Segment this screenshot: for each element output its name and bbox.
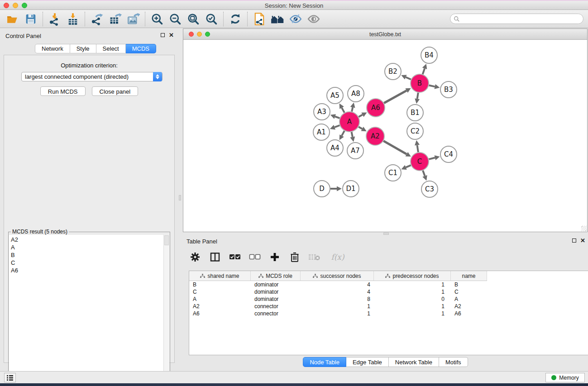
table-cell[interactable]: 8 <box>301 295 374 303</box>
export-network-button[interactable] <box>88 11 106 27</box>
column-header-shared-name[interactable]: shared name <box>189 271 251 281</box>
zoom-fit-button[interactable] <box>184 11 202 27</box>
delete-column-button[interactable] <box>288 250 301 264</box>
deselect-all-button[interactable] <box>248 250 262 264</box>
graph-edge-A-A2[interactable] <box>359 127 367 131</box>
tab-select[interactable]: Select <box>96 44 126 53</box>
show-all-networks-button[interactable] <box>268 11 287 27</box>
table-cell[interactable]: 1 <box>301 310 374 317</box>
graph-node-A5[interactable]: A5 <box>327 87 343 104</box>
table-cell[interactable]: 1 <box>374 281 451 288</box>
criterion-select[interactable]: largest connected component (directed) <box>21 72 163 81</box>
table-cell[interactable]: B <box>451 281 487 288</box>
table-cell[interactable]: 1 <box>374 303 451 310</box>
table-cell[interactable]: A6 <box>451 310 487 317</box>
graph-node-A2[interactable]: A2 <box>366 127 384 145</box>
show-graphics-details-button[interactable] <box>305 11 323 27</box>
hide-graphics-details-button[interactable] <box>287 11 305 27</box>
graph-node-B3[interactable]: B3 <box>440 81 457 98</box>
result-list-item[interactable]: A <box>11 243 163 251</box>
run-mcds-button[interactable]: Run MCDS <box>40 86 86 96</box>
float-panel-icon[interactable] <box>161 33 165 37</box>
table-row[interactable]: Bdominator41B <box>189 281 588 288</box>
graph-node-A4[interactable]: A4 <box>327 140 343 156</box>
search-input[interactable] <box>460 15 583 23</box>
panel-divider-gripper[interactable] <box>179 195 181 200</box>
table-cell[interactable]: A2 <box>451 303 487 310</box>
graph-node-A6[interactable]: A6 <box>367 99 385 117</box>
task-history-button[interactable] <box>4 373 16 382</box>
tab-motifs[interactable]: Motifs <box>439 357 468 367</box>
table-cell[interactable]: connector <box>251 310 301 317</box>
result-scrollbar[interactable] <box>163 235 169 385</box>
graph-edge-A2-C[interactable] <box>383 141 411 157</box>
table-cell[interactable]: C <box>189 288 251 295</box>
graph-edge-C-C3[interactable] <box>422 171 427 181</box>
graph-edge-A-A1[interactable] <box>330 125 340 129</box>
graph-node-B[interactable]: B <box>411 74 429 92</box>
column-header-MCDS-role[interactable]: MCDS role <box>251 271 301 281</box>
close-panel-icon[interactable]: ✕ <box>580 238 585 243</box>
column-header-successor-nodes[interactable]: successor nodes <box>301 271 374 281</box>
tab-edge-table[interactable]: Edge Table <box>346 357 389 367</box>
graph-node-A7[interactable]: A7 <box>347 143 363 159</box>
refresh-view-button[interactable] <box>226 11 244 27</box>
graph-edge-B-B3[interactable] <box>429 84 440 89</box>
result-list-item[interactable]: C <box>11 259 163 267</box>
graph-edge-C-C2[interactable] <box>415 140 420 152</box>
graph-node-A[interactable]: A <box>339 112 359 132</box>
table-cell[interactable]: A6 <box>189 310 251 317</box>
save-session-button[interactable] <box>22 11 40 27</box>
memory-button[interactable]: Memory <box>545 373 585 382</box>
table-cell[interactable]: B <box>189 281 251 288</box>
graph-edge-A-A3[interactable] <box>330 114 340 119</box>
table-cell[interactable]: 1 <box>301 303 374 310</box>
export-image-button[interactable] <box>124 11 142 27</box>
open-session-button[interactable] <box>4 11 22 27</box>
graph-edge-A-A5[interactable] <box>339 104 344 113</box>
tab-network[interactable]: Network <box>35 44 70 53</box>
network-zoom-button[interactable] <box>205 32 210 37</box>
function-builder-button[interactable]: f(x) <box>328 250 348 264</box>
graph-node-C2[interactable]: C2 <box>407 123 423 139</box>
result-list-item[interactable]: B <box>11 251 163 259</box>
graph-edge-B-B2[interactable] <box>401 75 411 80</box>
graph-edge-C-C4[interactable] <box>429 155 440 160</box>
select-all-button[interactable] <box>228 250 242 264</box>
table-cell[interactable]: 4 <box>301 281 374 288</box>
import-table-button[interactable] <box>64 11 82 27</box>
column-header-name[interactable]: name <box>451 271 487 281</box>
graph-node-C4[interactable]: C4 <box>440 146 457 162</box>
network-canvas[interactable]: B4B2BB3A5A8A6A3B1AA1C2A2A4A7C4CC1C3DD1 <box>183 40 587 232</box>
graph-edge-A-A6[interactable] <box>359 112 367 117</box>
zoom-in-button[interactable] <box>148 11 166 27</box>
tab-network-table[interactable]: Network Table <box>389 357 439 367</box>
table-cell[interactable]: connector <box>251 303 301 310</box>
window-resize-grip[interactable] <box>581 226 587 231</box>
delete-table-button[interactable] <box>308 250 321 264</box>
graph-node-B4[interactable]: B4 <box>421 47 437 63</box>
graph-node-C1[interactable]: C1 <box>385 165 401 181</box>
graph-node-C3[interactable]: C3 <box>421 181 438 197</box>
graph-edge-A-A7[interactable] <box>350 132 355 142</box>
network-close-button[interactable] <box>189 32 194 37</box>
tab-mcds[interactable]: MCDS <box>126 44 156 53</box>
graph-edge-A-A4[interactable] <box>339 131 344 140</box>
column-header-predecessor-nodes[interactable]: predecessor nodes <box>374 271 451 281</box>
table-cell[interactable]: A <box>451 295 487 303</box>
close-panel-icon[interactable]: ✕ <box>169 33 174 38</box>
table-cell[interactable]: dominator <box>251 295 301 303</box>
tab-node-table[interactable]: Node Table <box>303 357 346 367</box>
table-cell[interactable]: 1 <box>374 288 451 295</box>
zoom-selected-button[interactable] <box>202 11 220 27</box>
graph-edge-A-A8[interactable] <box>350 103 355 112</box>
close-panel-button[interactable]: Close panel <box>92 86 139 96</box>
table-cell[interactable]: A2 <box>189 303 251 310</box>
table-cell[interactable]: dominator <box>251 281 301 288</box>
graph-node-B1[interactable]: B1 <box>407 105 423 121</box>
table-cell[interactable]: 4 <box>301 288 374 295</box>
add-column-button[interactable] <box>268 250 282 264</box>
network-minimize-button[interactable] <box>197 32 202 37</box>
table-cell[interactable]: 1 <box>374 310 451 317</box>
graph-node-B2[interactable]: B2 <box>385 63 401 80</box>
